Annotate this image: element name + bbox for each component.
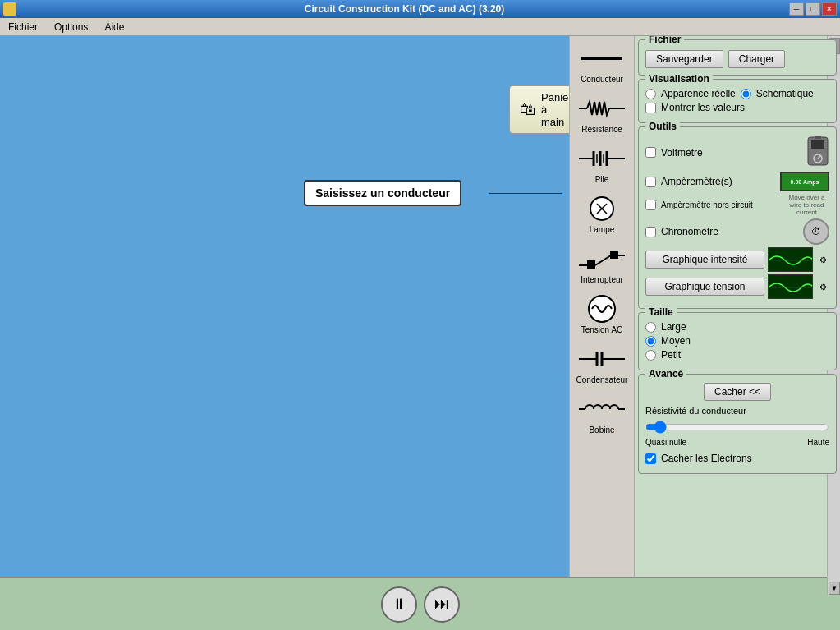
avance-section-title: Avancé	[645, 368, 686, 379]
amperemetre-hors-note: Move over a wire to read current	[784, 194, 829, 216]
conducteur-label: Conducteur	[581, 75, 623, 84]
pile-icon	[577, 142, 627, 175]
component-panel: Conducteur Résistance	[569, 36, 635, 577]
tension-graph-svg	[769, 275, 813, 299]
quasi-nulle-label: Quasi nulle	[645, 438, 686, 447]
radio-moyen[interactable]	[645, 336, 656, 347]
large-label: Large	[661, 321, 686, 333]
tooltip-text: Saisissez un conducteur	[315, 186, 450, 200]
resistance-label: Résistance	[581, 125, 622, 134]
graphique-intensite-row: Graphique intensité ⚙	[645, 247, 829, 272]
cacher-electrons-row: Cacher les Electrons	[645, 453, 829, 464]
visualisation-content: Apparence réelle Schématique Montrer les…	[645, 88, 829, 113]
component-pile[interactable]: Pile	[571, 140, 632, 186]
fichier-buttons: Sauvegarder Charger	[645, 50, 829, 68]
fichier-section-title: Fichier	[645, 36, 684, 45]
menu-fichier[interactable]: Fichier	[3, 20, 43, 34]
checkbox-chronometre[interactable]	[645, 227, 656, 237]
radio-apparence-row: Apparence réelle Schématique	[645, 88, 829, 99]
condensateur-icon	[577, 343, 627, 375]
radio-petit[interactable]	[645, 350, 656, 361]
switch-svg	[579, 246, 625, 272]
svg-rect-26	[815, 136, 821, 139]
svg-rect-13	[587, 260, 595, 269]
moyen-label: Moyen	[661, 335, 691, 347]
component-tension-ac[interactable]: Tension AC	[571, 290, 632, 337]
amperemetre-hors-row: Ampèremètre hors circuit Move over a wir…	[645, 194, 829, 216]
graphique-intensite-button[interactable]: Graphique intensité	[645, 251, 764, 269]
chronometre-label: Chronomètre	[661, 226, 718, 237]
right-panel: ▼ Fichier Sauvegarder Charger Visualisat…	[635, 36, 840, 577]
conductor-line	[581, 57, 622, 60]
schematique-label: Schématique	[756, 88, 814, 99]
checkbox-cacher-electrons[interactable]	[645, 453, 656, 464]
checkbox-montrer-valeurs[interactable]	[645, 103, 656, 113]
svg-rect-15	[610, 251, 618, 259]
bobine-icon	[577, 393, 627, 425]
interrupteur-label: Interrupteur	[581, 275, 623, 284]
checkbox-amperemetre-hors[interactable]	[645, 200, 656, 210]
tension-ac-icon	[577, 292, 627, 325]
resistivite-label: Résistivité du conducteur	[645, 406, 829, 416]
intensity-settings-icon[interactable]: ⚙	[816, 247, 829, 272]
bottom-bar: ⏸ ⏭	[0, 577, 840, 630]
next-icon: ⏭	[434, 596, 449, 613]
voltmetre-label: Voltmètre	[661, 147, 703, 159]
avance-section: Avancé Cacher << Résistivité du conducte…	[638, 374, 837, 474]
coil-svg	[579, 399, 625, 419]
close-button[interactable]: ✕	[822, 2, 837, 16]
minimize-button[interactable]: ─	[789, 2, 804, 16]
graphique-tension-button[interactable]: Graphique tension	[645, 278, 764, 296]
app-icon	[3, 2, 16, 16]
tension-settings-icon[interactable]: ⚙	[816, 274, 829, 299]
radio-large[interactable]	[645, 322, 656, 333]
checkbox-amperemetre[interactable]	[645, 177, 656, 187]
haute-label: Haute	[807, 438, 829, 447]
next-button[interactable]: ⏭	[424, 586, 460, 623]
svg-rect-29	[769, 248, 813, 272]
radio-apparence[interactable]	[645, 89, 656, 99]
component-resistance[interactable]: Résistance	[571, 90, 632, 136]
cacher-button[interactable]: Cacher <<	[704, 383, 771, 401]
taille-content: Large Moyen Petit	[645, 321, 829, 361]
outils-content: Voltmètre Ampèremètre(s)	[645, 136, 829, 299]
tooltip-line	[489, 193, 562, 194]
chronometre-row: Chronomètre ⏱	[645, 218, 829, 245]
pile-label: Pile	[595, 175, 609, 184]
title-bar: Circuit Construction Kit (DC and AC) (3.…	[0, 0, 840, 18]
lampe-label: Lampe	[590, 225, 615, 234]
lamp-svg	[585, 192, 618, 225]
maximize-button[interactable]: □	[806, 2, 820, 16]
chronometre-image: ⏱	[803, 218, 829, 245]
taille-section-title: Taille	[645, 306, 677, 318]
resistivite-slider[interactable]	[645, 421, 829, 434]
intensity-graph-svg	[769, 248, 813, 272]
menu-options[interactable]: Options	[49, 20, 93, 34]
graphique-intensite-preview	[768, 247, 813, 272]
slider-labels: Quasi nulle Haute	[645, 438, 829, 447]
graphique-tension-row: Graphique tension ⚙	[645, 274, 829, 299]
sauvegarder-button[interactable]: Sauvegarder	[645, 50, 723, 68]
interrupteur-icon	[577, 242, 627, 275]
fichier-section: Fichier Sauvegarder Charger	[638, 39, 837, 76]
charger-button[interactable]: Charger	[728, 50, 785, 68]
component-conducteur[interactable]: Conducteur	[571, 39, 632, 86]
amperemetre-row: Ampèremètre(s) 0.00 Amps	[645, 172, 829, 191]
component-interrupteur[interactable]: Interrupteur	[571, 240, 632, 287]
component-condensateur[interactable]: Condensateur	[571, 340, 632, 387]
lampe-icon	[577, 192, 627, 225]
panier-button[interactable]: 🛍 Panier à main	[509, 85, 569, 134]
menu-aide[interactable]: Aide	[99, 20, 129, 34]
component-bobine[interactable]: Bobine	[571, 390, 632, 437]
resistance-icon	[577, 92, 627, 125]
window-title: Circuit Construction Kit (DC and AC) (3.…	[20, 3, 789, 15]
canvas-area[interactable]: 🛍 Panier à main Saisissez un conducteur	[0, 36, 569, 577]
checkbox-voltmetre[interactable]	[645, 147, 656, 158]
radio-schematique[interactable]	[741, 89, 751, 99]
radio-moyen-row: Moyen	[645, 335, 829, 347]
amperemetre-label: Ampèremètre(s)	[661, 176, 732, 187]
voltmetre-svg	[806, 136, 829, 167]
component-lampe[interactable]: Lampe	[571, 190, 632, 237]
voltmetre-image	[806, 136, 829, 169]
pause-button[interactable]: ⏸	[381, 586, 417, 623]
